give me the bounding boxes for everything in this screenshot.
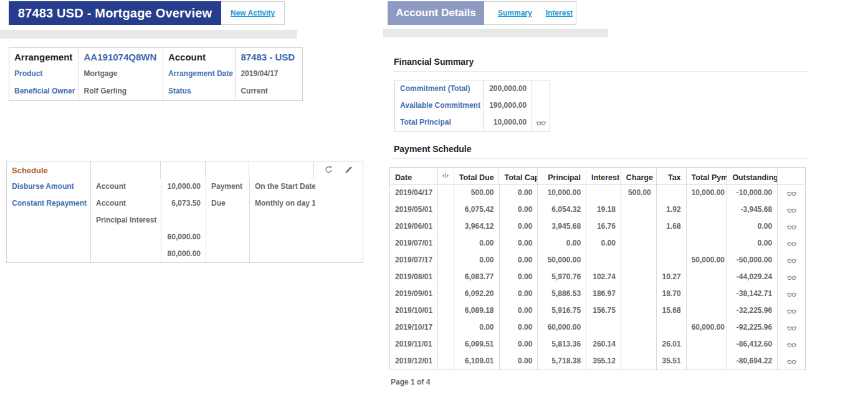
field-label: Account [163,48,236,65]
amount-cell [687,302,728,319]
table-row: 2019/04/17500.000.0010,000.00500.0010,00… [390,184,805,201]
amount-cell: 6,054.32 [538,201,586,218]
field-value: 200,000.00 [484,80,532,97]
column-header-actions [778,168,805,184]
date-cell: 2019/07/01 [390,235,438,252]
amount-cell: 10.27 [657,269,687,285]
schedule-row-value: On the Start Date [250,178,315,195]
amount-cell [657,319,687,336]
schedule-row-value: 60,000.00 [161,229,206,246]
date-cell: 2019/06/01 [390,218,438,235]
view-details-icon[interactable] [785,322,798,334]
view-details-icon[interactable] [785,271,798,284]
view-cell [778,235,805,252]
amount-cell: 1.92 [657,201,687,218]
amount-cell: 18.70 [657,285,687,302]
amount-cell: 26.01 [657,336,687,353]
spacer-cell [438,201,454,218]
table-row: 2019/09/016,092.200.005,886.53186.9718.7… [390,285,805,302]
view-details-icon[interactable] [785,254,798,267]
amount-cell: 186.97 [586,285,621,302]
view-details-icon[interactable] [785,305,798,317]
tab-summary[interactable]: Summary [498,9,532,17]
table-row: 2019/05/016,075.420.006,054.3219.181.92-… [390,201,805,218]
field-label: Beneficial Owner [9,83,79,100]
view-details-icon[interactable] [785,221,798,233]
spacer-cell [438,235,454,252]
refresh-icon[interactable] [322,164,335,176]
table-row: 2019/11/016,099.510.005,813.36260.1426.0… [390,336,805,353]
table-row: 2019/10/016,089.180.005,916.75156.7515.6… [390,302,805,319]
amount-cell: 0.00 [500,319,538,336]
overview-header: 87483 USD - Mortgage Overview New Activi… [9,1,285,25]
spacer-cell [91,161,161,178]
amount-cell [621,285,657,302]
amount-cell: 50,000.00 [687,252,728,269]
tab-account-details[interactable]: Account Details [388,1,484,25]
date-cell: 2019/09/01 [390,285,438,302]
schedule-row-label [7,212,91,229]
amount-cell: 6,099.51 [454,336,500,353]
column-header: Outstanding [727,168,778,184]
tab-interest[interactable]: Interest [546,9,573,17]
left-scrollbar-track[interactable] [0,30,297,39]
schedule-row-label [7,246,91,262]
schedule-row-value [91,229,161,246]
schedule-panel: ScheduleDisburse AmountAccount10,000.00P… [6,161,363,263]
view-details-icon[interactable] [785,204,798,216]
amount-cell: 3,945.68 [538,218,586,235]
field-value: Mortgage [79,65,163,83]
table-row: Beneficial OwnerRolf GerlingStatusCurren… [9,83,302,100]
schedule-row-label: Constant Repayment [7,195,91,212]
new-activity-link[interactable]: New Activity [221,2,284,24]
amount-cell: 0.00 [500,252,538,269]
right-scrollbar-track[interactable] [383,29,608,37]
amount-cell: 500.00 [621,184,657,201]
schedule-row-value [206,212,250,229]
view-details-icon[interactable] [785,338,798,351]
column-header: Principal [538,168,586,184]
amount-cell [621,353,657,370]
amount-cell: 5,718.38 [538,353,586,370]
edit-icon[interactable] [342,164,355,176]
page-title: 87483 USD - Mortgage Overview [9,1,221,25]
schedule-row-value: Principal Interest [91,212,161,229]
field-label: Product [9,65,79,83]
amount-cell: 6,092.20 [454,285,500,302]
amount-cell: 5,886.53 [538,285,586,302]
view-details-icon[interactable] [785,288,798,300]
payment-schedule-heading: Payment Schedule [393,144,808,159]
view-cell [778,184,805,201]
view-cell [778,269,805,285]
table-row: 60,000.00 [7,229,363,246]
table-row: Total Principal10,000.00 [395,114,550,131]
amount-cell [621,201,657,218]
amount-cell: 15.68 [657,302,687,319]
amount-cell: 0.00 [454,235,500,252]
schedule-row-label: Disburse Amount [7,178,91,195]
view-details-icon[interactable] [785,187,798,199]
column-header: Total Pymt [687,168,728,184]
field-label: Status [163,83,236,100]
schedule-row-value [161,212,206,229]
amount-cell [657,184,687,201]
view-cell [778,353,805,370]
amount-cell: -32,225.96 [727,302,778,319]
view-details-icon[interactable] [535,117,547,129]
date-cell: 2019/10/17 [390,319,438,336]
date-cell: 2019/12/01 [390,353,438,370]
amount-cell: 5,970.76 [538,269,586,285]
schedule-row-value [250,212,315,229]
amount-cell: 0.00 [500,235,538,252]
spacer-cell [438,285,454,302]
table-row: Principal Interest [7,212,363,229]
schedule-row-value [250,246,315,262]
view-details-icon[interactable] [785,355,798,368]
column-header: Interest [586,168,621,184]
amount-cell [621,319,657,336]
column-resize-icon[interactable] [439,170,452,182]
amount-cell [621,269,657,285]
view-details-icon[interactable] [785,237,798,250]
amount-cell: 0.00 [500,353,538,370]
amount-cell: 35.51 [657,353,687,370]
